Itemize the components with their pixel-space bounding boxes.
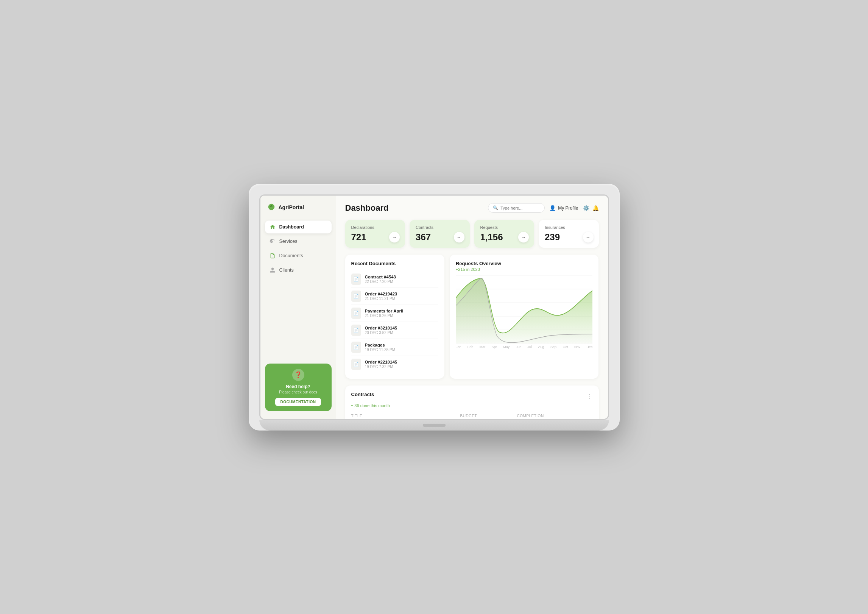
chart-area	[456, 275, 593, 344]
doc-file-icon: 📄	[351, 308, 361, 319]
main-content: Dashboard 🔍 👤 My Profile ⚙️ 🔔	[336, 196, 608, 419]
doc-name: Order #4219423	[365, 292, 397, 296]
doc-date: 21 DEC 11:21 PM	[365, 297, 397, 301]
doc-name: Packages	[365, 343, 396, 347]
doc-date: 20 DEC 3:52 PM	[365, 331, 397, 335]
list-item: 📄 Order #3210145 20 DEC 3:52 PM	[351, 322, 438, 339]
sidebar-item-dashboard[interactable]: Dashboard	[265, 221, 332, 233]
laptop-base	[259, 420, 609, 431]
recent-documents-title: Recent Documents	[351, 261, 438, 266]
contracts-done-badge: 36 done this month	[351, 403, 593, 408]
stat-arrow-requests[interactable]: →	[518, 232, 529, 242]
doc-date: 19 DEC 7:32 PM	[365, 365, 397, 369]
chart-x-labels: Jan Feb Mar Apr May Jun Jul Aug Sep Oct …	[456, 345, 593, 349]
person-icon	[270, 267, 276, 273]
col-header-budget: BUDGET	[460, 414, 517, 418]
sidebar: AgriPortal Dashboard Services	[260, 196, 336, 419]
logo-icon	[267, 203, 276, 211]
chart-label-nov: Nov	[574, 345, 580, 349]
doc-name: Order #2210145	[365, 360, 397, 364]
chart-label-sep: Sep	[550, 345, 556, 349]
sidebar-item-label-dashboard: Dashboard	[279, 224, 304, 230]
stat-card-insurances: Insurances 239 →	[539, 220, 599, 248]
chart-label-jul: Jul	[528, 345, 532, 349]
chart-label-aug: Aug	[538, 345, 544, 349]
stat-arrow-declarations[interactable]: →	[389, 232, 400, 242]
doc-date: 21 DEC 9:26 PM	[365, 314, 404, 318]
chart-label-apr: Apr	[492, 345, 497, 349]
logo-text: AgriPortal	[279, 204, 304, 210]
stat-card-requests: Requests 1,156 →	[474, 220, 535, 248]
notification-icon[interactable]: 🔔	[592, 205, 599, 211]
sidebar-item-services[interactable]: Services	[265, 235, 332, 248]
chart-title: Requests Overview	[456, 261, 593, 266]
page-header: Dashboard 🔍 👤 My Profile ⚙️ 🔔	[345, 203, 599, 213]
file-icon	[270, 253, 276, 259]
settings-icon[interactable]: ⚙️	[583, 205, 589, 211]
stat-arrow-contracts[interactable]: →	[454, 232, 464, 242]
sidebar-item-label-clients: Clients	[279, 267, 294, 273]
doc-file-icon: 📄	[351, 325, 361, 336]
contracts-title: Contracts	[351, 392, 374, 397]
chart-svg	[456, 275, 593, 344]
chart-label-jun: Jun	[516, 345, 522, 349]
sidebar-item-documents[interactable]: Documents	[265, 249, 332, 262]
recent-documents-card: Recent Documents 📄 Contract #4543 22 DEC…	[345, 255, 444, 379]
sidebar-item-label-documents: Documents	[279, 253, 303, 258]
header-right: 🔍 👤 My Profile ⚙️ 🔔	[488, 203, 598, 213]
logo-area: AgriPortal	[265, 203, 332, 211]
stat-label-declarations: Declarations	[351, 225, 399, 230]
help-title: Need help?	[270, 384, 326, 389]
chart-label-dec: Dec	[586, 345, 592, 349]
doc-name: Contract #4543	[365, 275, 396, 279]
contracts-section: Contracts ⋮ 36 done this month TITLE BUD…	[345, 385, 599, 419]
chart-label-jan: Jan	[456, 345, 461, 349]
home-icon	[270, 224, 276, 230]
doc-file-icon: 📄	[351, 359, 361, 370]
documentation-button[interactable]: DOCUMENTATION	[275, 398, 321, 406]
contracts-header: Contracts ⋮	[351, 392, 593, 402]
stat-card-declarations: Declarations 721 →	[345, 220, 405, 248]
list-item: 📄 Payments for April 21 DEC 9:26 PM	[351, 305, 438, 322]
contracts-table-header: TITLE BUDGET COMPLETION	[351, 412, 593, 419]
stat-label-contracts: Contracts	[416, 225, 464, 230]
help-icon: ❓	[292, 369, 304, 381]
list-item: 📄 Order #2210145 19 DEC 7:32 PM	[351, 356, 438, 373]
doc-file-icon: 📄	[351, 274, 361, 285]
chart-label-feb: Feb	[468, 345, 474, 349]
profile-icon: 👤	[549, 205, 556, 211]
list-item: 📄 Contract #4543 22 DEC 7:20 PM	[351, 271, 438, 288]
contracts-table: TITLE BUDGET COMPLETION Wellness Inc Sup…	[351, 412, 593, 419]
chart-label-oct: Oct	[563, 345, 568, 349]
stat-label-requests: Requests	[480, 225, 528, 230]
help-card: ❓ Need help? Please check our docs DOCUM…	[265, 364, 332, 411]
profile-label: My Profile	[558, 205, 578, 211]
sidebar-item-label-services: Services	[279, 239, 298, 244]
stat-arrow-insurances[interactable]: →	[583, 232, 594, 242]
chart-card: Requests Overview +215 in 2023	[450, 255, 599, 379]
list-item: 📄 Order #4219423 21 DEC 11:21 PM	[351, 288, 438, 305]
chart-subtitle: +215 in 2023	[456, 267, 593, 272]
page-title: Dashboard	[345, 203, 389, 213]
doc-list: 📄 Contract #4543 22 DEC 7:20 PM 📄 Order …	[351, 271, 438, 373]
search-box[interactable]: 🔍	[488, 203, 545, 213]
profile-area[interactable]: 👤 My Profile	[549, 205, 578, 211]
doc-file-icon: 📄	[351, 342, 361, 353]
header-icons: ⚙️ 🔔	[583, 205, 599, 211]
doc-name: Payments for April	[365, 309, 404, 313]
stat-cards: Declarations 721 → Contracts 367 → Reque…	[345, 220, 599, 248]
more-options-button[interactable]: ⋮	[587, 393, 593, 400]
bottom-section: Recent Documents 📄 Contract #4543 22 DEC…	[345, 255, 599, 379]
stat-card-contracts: Contracts 367 →	[410, 220, 470, 248]
chart-label-mar: Mar	[480, 345, 486, 349]
list-item: 📄 Packages 19 DEC 11:35 PM	[351, 339, 438, 356]
col-header-title: TITLE	[351, 414, 460, 418]
chart-label-may: May	[503, 345, 510, 349]
sidebar-item-clients[interactable]: Clients	[265, 264, 332, 277]
col-header-completion: COMPLETION	[517, 414, 593, 418]
search-input[interactable]	[500, 206, 540, 210]
stat-label-insurances: Insurances	[545, 225, 593, 230]
help-subtitle: Please check our docs	[270, 390, 326, 394]
doc-file-icon: 📄	[351, 291, 361, 302]
doc-date: 19 DEC 11:35 PM	[365, 348, 396, 352]
